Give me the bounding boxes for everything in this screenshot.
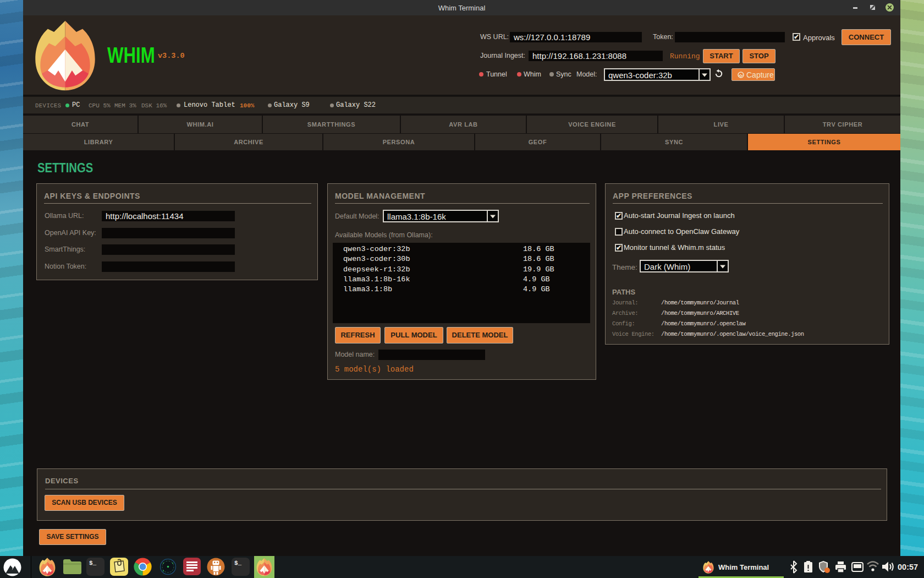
svg-text:$_: $_ [89, 560, 97, 566]
svg-text:$_: $_ [234, 560, 242, 566]
